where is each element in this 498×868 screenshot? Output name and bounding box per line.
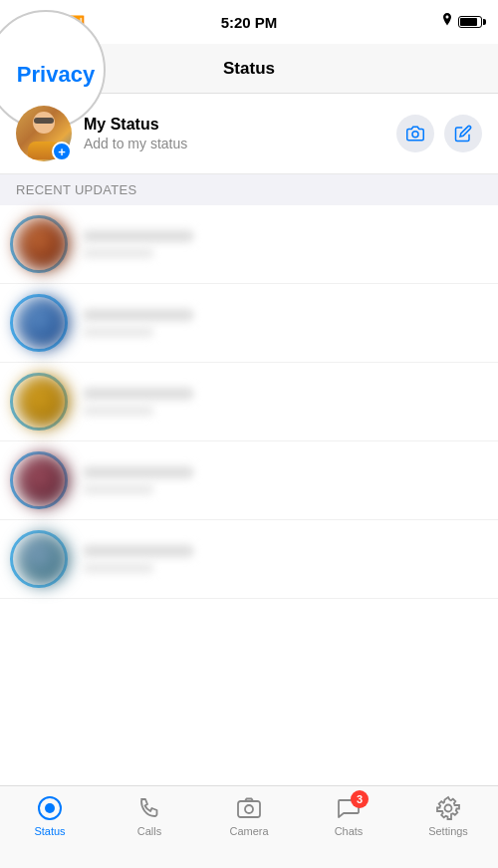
tab-settings-label: Settings: [428, 825, 468, 837]
list-item[interactable]: [0, 363, 498, 441]
avatar-glasses: [34, 118, 54, 124]
my-status-text: My Status Add to my status: [84, 116, 396, 151]
contact-info-2: [84, 309, 482, 337]
contact-name-3: [84, 388, 193, 400]
tab-status-label: Status: [34, 825, 65, 837]
tab-chats-label: Chats: [335, 825, 364, 837]
contact-info-3: [84, 388, 482, 416]
list-item[interactable]: [0, 520, 498, 599]
list-item[interactable]: [0, 205, 498, 284]
privacy-label[interactable]: Privacy: [17, 62, 95, 88]
gear-icon: [435, 795, 461, 821]
my-status-subtitle: Add to my status: [84, 136, 396, 151]
my-status-actions: [396, 115, 482, 152]
svg-rect-3: [238, 801, 260, 817]
tab-status[interactable]: Status: [0, 794, 100, 837]
page-header: Privacy Status: [0, 44, 498, 94]
tab-camera-icon: [235, 794, 263, 822]
contact-info-4: [84, 466, 482, 494]
tab-calls-icon: [135, 794, 163, 822]
camera-icon: [406, 125, 424, 143]
add-status-badge[interactable]: +: [52, 142, 72, 161]
tab-bar: Status Calls Camera 3 Chats: [0, 785, 498, 868]
recent-updates-label: RECENT UPDATES: [16, 182, 136, 197]
contact-avatar-3: [16, 375, 70, 429]
my-avatar-wrapper: +: [16, 106, 72, 161]
contact-info-5: [84, 545, 482, 573]
my-status-name: My Status: [84, 116, 396, 134]
location-icon: [441, 13, 453, 31]
contact-avatar-4: [16, 453, 70, 507]
tab-status-icon: [36, 794, 64, 822]
tab-settings-icon: [434, 794, 462, 822]
list-item[interactable]: [0, 441, 498, 520]
contact-time-1: [84, 248, 153, 258]
contact-name-5: [84, 545, 193, 557]
svg-point-4: [245, 805, 253, 813]
camera-action-button[interactable]: [396, 115, 434, 152]
tab-settings[interactable]: Settings: [398, 794, 498, 837]
edit-action-button[interactable]: [444, 115, 482, 152]
status-items-list: [0, 205, 498, 599]
contact-name-2: [84, 309, 193, 321]
pencil-icon: [454, 125, 472, 143]
contact-info-1: [84, 230, 482, 258]
svg-point-0: [412, 132, 418, 138]
page-title: Status: [223, 59, 275, 79]
contact-avatar-2: [16, 296, 70, 350]
list-item[interactable]: [0, 284, 498, 363]
battery-icon: [458, 16, 482, 28]
contact-avatar-5: [16, 532, 70, 586]
contact-avatar-1: [16, 217, 70, 271]
camera-tab-icon: [236, 795, 262, 821]
recent-updates-header: RECENT UPDATES: [0, 174, 498, 205]
svg-point-5: [445, 805, 452, 812]
status-circle-icon: [37, 795, 63, 821]
contact-time-5: [84, 563, 153, 573]
tab-chats[interactable]: 3 Chats: [299, 794, 398, 837]
status-bar-right: [441, 13, 482, 31]
contact-time-3: [84, 406, 153, 416]
svg-point-2: [45, 803, 55, 813]
chats-badge: 3: [351, 790, 369, 808]
status-bar-time: 5:20 PM: [221, 14, 278, 31]
tab-chats-icon: 3: [335, 794, 363, 822]
tab-calls-label: Calls: [137, 825, 161, 837]
contact-time-2: [84, 327, 153, 337]
contact-time-4: [84, 484, 153, 494]
phone-icon: [136, 795, 162, 821]
tab-camera-label: Camera: [229, 825, 268, 837]
contact-name-1: [84, 230, 193, 242]
tab-calls[interactable]: Calls: [100, 794, 199, 837]
tab-camera[interactable]: Camera: [199, 794, 299, 837]
contact-name-4: [84, 466, 193, 478]
